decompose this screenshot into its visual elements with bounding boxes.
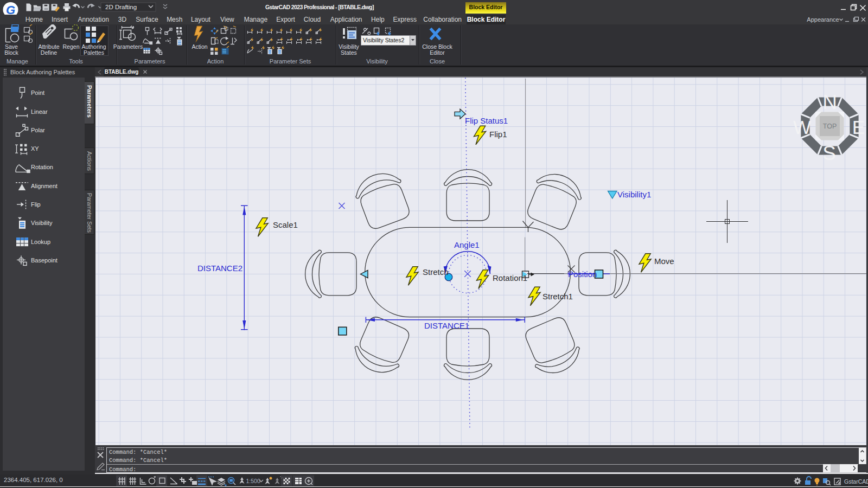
svg-text:Visibility States2: Visibility States2: [363, 37, 404, 43]
svg-text:Angle1: Angle1: [454, 240, 480, 249]
svg-text:N: N: [822, 91, 837, 113]
svg-text:Move: Move: [654, 256, 674, 266]
svg-text:DISTANCE1: DISTANCE1: [424, 321, 469, 330]
svg-text:Visibility1: Visibility1: [617, 190, 651, 199]
svg-text:2D Drafting: 2D Drafting: [105, 4, 137, 10]
svg-text:W: W: [793, 117, 811, 138]
svg-text:Rotation1: Rotation1: [493, 273, 527, 282]
svg-text:Stretch: Stretch: [423, 267, 449, 277]
svg-text:DISTANCE2: DISTANCE2: [197, 264, 242, 273]
svg-text:E: E: [852, 117, 865, 138]
svg-text:TOP: TOP: [823, 123, 837, 130]
svg-text:1:500: 1:500: [246, 478, 260, 484]
svg-text:S: S: [822, 142, 836, 164]
svg-text:Scale1: Scale1: [273, 220, 298, 229]
svg-text:Stretch1: Stretch1: [542, 292, 573, 301]
svg-text:Position: Position: [568, 269, 597, 279]
svg-text:Flip Status1: Flip Status1: [465, 116, 508, 125]
svg-text:Flip1: Flip1: [489, 130, 507, 139]
